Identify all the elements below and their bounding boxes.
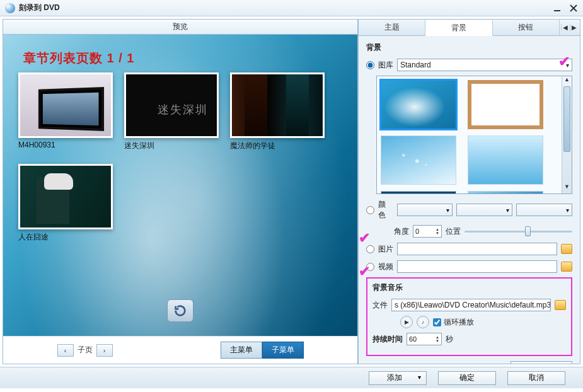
settings-pane: 主题 背景 按钮 ◀▶ ✔ ✔ ✔ 背景 图库 Standard	[358, 19, 580, 364]
chapter-thumb[interactable]: 人在囧途	[18, 164, 113, 243]
chapter-label: 迷失深圳	[124, 141, 219, 151]
music-file-label: 文件	[372, 300, 388, 311]
background-section-title: 背景	[366, 42, 572, 53]
gallery-radio[interactable]	[366, 61, 374, 69]
add-button[interactable]: 添加	[369, 371, 427, 385]
gallery-select[interactable]: Standard	[397, 59, 572, 71]
position-label: 位置	[446, 226, 461, 237]
dialog-footer: 添加 确定 取消	[0, 367, 583, 388]
seconds-label: 秒	[446, 334, 453, 345]
title-bar: 刻录到 DVD	[0, 0, 583, 16]
color-picker-1[interactable]	[397, 204, 453, 216]
background-music-group: 背景音乐 文件 s (x86)\Leawo\DVD Creator\Music\…	[366, 277, 572, 356]
browse-music-button[interactable]	[555, 300, 566, 310]
angle-label: 角度	[394, 226, 409, 237]
tab-background[interactable]: 背景	[425, 20, 492, 36]
browse-image-button[interactable]	[561, 244, 572, 254]
subpage-label: 子页	[78, 345, 93, 355]
angle-spinner[interactable]: 0▲▼	[413, 225, 442, 238]
duration-label: 持续时间	[372, 334, 403, 345]
video-radio[interactable]	[366, 263, 374, 271]
tab-button[interactable]: 按钮	[493, 20, 560, 35]
browse-video-button[interactable]	[561, 262, 572, 272]
background-item[interactable]	[468, 80, 543, 129]
gallery-radio-label: 图库	[378, 60, 393, 71]
tab-scroll-right[interactable]: ▶	[570, 24, 579, 31]
loop-label: 循环播放	[444, 317, 474, 328]
background-item[interactable]	[381, 135, 456, 185]
ok-button[interactable]: 确定	[438, 371, 496, 385]
play-button[interactable]: ▶	[400, 316, 413, 328]
color-radio-label: 颜色	[378, 199, 393, 221]
color-picker-2[interactable]	[456, 204, 512, 216]
music-note-button[interactable]: ♪	[417, 316, 429, 328]
chapter-title: 章节列表页数 1 / 1	[23, 50, 134, 67]
prev-subpage-button[interactable]: ‹	[57, 344, 74, 357]
chapter-thumb[interactable]: M4H00931	[18, 72, 113, 151]
menu-toggle: 主菜单 子菜单	[221, 342, 304, 359]
preview-canvas: 章节列表页数 1 / 1 M4H00931 迷失深圳 迷失深圳 魔法师的学徒 人…	[3, 35, 357, 336]
close-button[interactable]	[569, 4, 578, 13]
image-path-field[interactable]	[397, 243, 557, 255]
video-path-field[interactable]	[397, 260, 557, 273]
main-menu-tab[interactable]: 主菜单	[221, 342, 262, 359]
color-picker-3[interactable]	[516, 204, 572, 216]
chapter-label: M4H00931	[18, 141, 113, 149]
next-subpage-button[interactable]: ›	[96, 344, 113, 357]
duration-spinner[interactable]: 60▲▼	[407, 333, 442, 345]
chapter-label: 魔法师的学徒	[230, 141, 325, 151]
background-item[interactable]	[468, 135, 543, 185]
music-file-field[interactable]: s (x86)\Leawo\DVD Creator\Music\default.…	[391, 299, 551, 311]
chapter-thumb[interactable]: 魔法师的学徒	[230, 72, 325, 151]
gallery-box: ▲▼	[376, 76, 572, 194]
window-title: 刻录到 DVD	[19, 3, 553, 13]
background-item[interactable]	[381, 191, 456, 193]
image-radio[interactable]	[366, 245, 374, 253]
tab-theme[interactable]: 主题	[359, 20, 425, 35]
color-radio[interactable]	[366, 206, 374, 214]
return-button[interactable]	[167, 299, 193, 322]
image-radio-label: 图片	[378, 244, 393, 255]
tab-scroll-left[interactable]: ◀	[561, 24, 570, 31]
preview-pane: 预览 章节列表页数 1 / 1 M4H00931 迷失深圳 迷失深圳 魔法师的学…	[3, 19, 358, 364]
chapter-label: 人在囧途	[18, 232, 113, 243]
minimize-button[interactable]	[553, 4, 562, 13]
preview-tab[interactable]: 预览	[3, 20, 357, 35]
apply-all-button[interactable]: 应用于全部	[511, 361, 572, 364]
gallery-scrollbar[interactable]: ▲▼	[562, 76, 572, 193]
loop-checkbox[interactable]	[433, 318, 441, 326]
sub-menu-tab[interactable]: 子菜单	[262, 342, 304, 359]
chapter-thumb[interactable]: 迷失深圳 迷失深圳	[124, 72, 219, 151]
background-item[interactable]	[468, 191, 543, 193]
background-item[interactable]	[381, 80, 456, 129]
video-radio-label: 视频	[378, 262, 393, 272]
subpage-pager: ‹ 子页 ›	[57, 344, 113, 357]
app-icon	[5, 3, 15, 13]
cancel-button[interactable]: 取消	[507, 371, 565, 385]
music-section-title: 背景音乐	[372, 282, 566, 293]
position-slider[interactable]	[465, 226, 572, 237]
